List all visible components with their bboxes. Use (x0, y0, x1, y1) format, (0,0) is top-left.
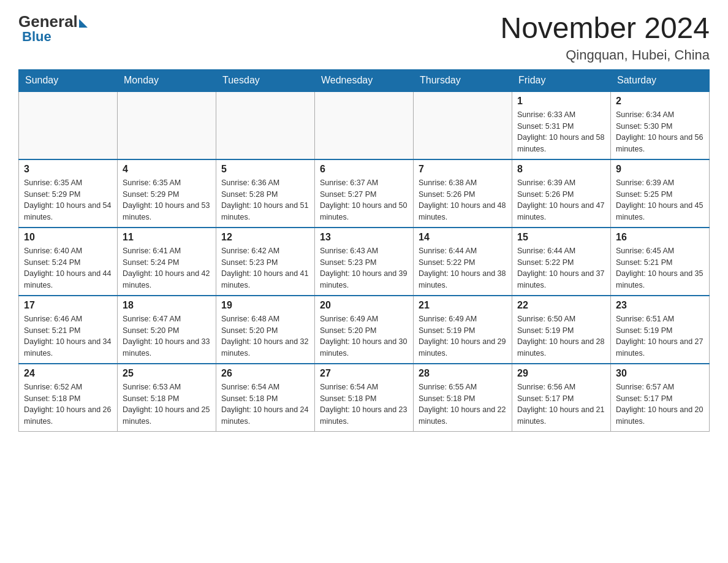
calendar-header-row: SundayMondayTuesdayWednesdayThursdayFrid… (19, 69, 710, 91)
calendar-cell (414, 91, 512, 159)
day-info: Sunrise: 6:55 AMSunset: 5:18 PMDaylight:… (419, 381, 507, 427)
day-info: Sunrise: 6:49 AMSunset: 5:20 PMDaylight:… (320, 313, 408, 359)
day-number: 2 (616, 96, 704, 107)
calendar-cell: 17Sunrise: 6:46 AMSunset: 5:21 PMDayligh… (19, 296, 118, 364)
title-section: November 2024 Qingquan, Hubei, China (500, 12, 710, 63)
weekday-header-tuesday: Tuesday (216, 69, 315, 91)
logo-blue-text: Blue (22, 29, 51, 45)
calendar-cell (118, 91, 216, 159)
calendar-week-3: 10Sunrise: 6:40 AMSunset: 5:24 PMDayligh… (19, 228, 710, 296)
day-info: Sunrise: 6:33 AMSunset: 5:31 PMDaylight:… (517, 109, 605, 155)
day-info: Sunrise: 6:44 AMSunset: 5:22 PMDaylight:… (517, 245, 605, 291)
calendar-cell: 30Sunrise: 6:57 AMSunset: 5:17 PMDayligh… (611, 364, 710, 432)
day-info: Sunrise: 6:36 AMSunset: 5:28 PMDaylight:… (221, 177, 309, 223)
calendar-cell: 11Sunrise: 6:41 AMSunset: 5:24 PMDayligh… (118, 228, 216, 296)
day-number: 12 (221, 232, 309, 243)
weekday-header-monday: Monday (118, 69, 216, 91)
day-info: Sunrise: 6:50 AMSunset: 5:19 PMDaylight:… (517, 313, 605, 359)
day-number: 19 (221, 300, 309, 311)
calendar-cell: 18Sunrise: 6:47 AMSunset: 5:20 PMDayligh… (118, 296, 216, 364)
day-info: Sunrise: 6:49 AMSunset: 5:19 PMDaylight:… (419, 313, 507, 359)
calendar-cell: 10Sunrise: 6:40 AMSunset: 5:24 PMDayligh… (19, 228, 118, 296)
day-number: 22 (517, 300, 605, 311)
day-info: Sunrise: 6:35 AMSunset: 5:29 PMDaylight:… (24, 177, 112, 223)
calendar-cell: 9Sunrise: 6:39 AMSunset: 5:25 PMDaylight… (611, 159, 710, 228)
calendar-cell: 6Sunrise: 6:37 AMSunset: 5:27 PMDaylight… (315, 159, 414, 228)
calendar-week-1: 1Sunrise: 6:33 AMSunset: 5:31 PMDaylight… (19, 91, 710, 159)
logo: General Blue (18, 12, 88, 45)
calendar-cell: 21Sunrise: 6:49 AMSunset: 5:19 PMDayligh… (414, 296, 512, 364)
calendar-week-2: 3Sunrise: 6:35 AMSunset: 5:29 PMDaylight… (19, 159, 710, 228)
day-number: 29 (517, 368, 605, 379)
day-number: 20 (320, 300, 408, 311)
calendar-cell: 7Sunrise: 6:38 AMSunset: 5:26 PMDaylight… (414, 159, 512, 228)
calendar-cell (19, 91, 118, 159)
day-info: Sunrise: 6:44 AMSunset: 5:22 PMDaylight:… (419, 245, 507, 291)
calendar-cell: 26Sunrise: 6:54 AMSunset: 5:18 PMDayligh… (216, 364, 315, 432)
day-info: Sunrise: 6:40 AMSunset: 5:24 PMDaylight:… (24, 245, 112, 291)
day-number: 1 (517, 96, 605, 107)
day-info: Sunrise: 6:46 AMSunset: 5:21 PMDaylight:… (24, 313, 112, 359)
day-number: 16 (616, 232, 704, 243)
day-number: 3 (24, 164, 112, 175)
calendar-cell: 12Sunrise: 6:42 AMSunset: 5:23 PMDayligh… (216, 228, 315, 296)
calendar-cell (216, 91, 315, 159)
day-number: 7 (419, 164, 507, 175)
day-info: Sunrise: 6:37 AMSunset: 5:27 PMDaylight:… (320, 177, 408, 223)
calendar-cell: 8Sunrise: 6:39 AMSunset: 5:26 PMDaylight… (512, 159, 611, 228)
day-number: 25 (123, 368, 211, 379)
weekday-header-wednesday: Wednesday (315, 69, 414, 91)
day-number: 4 (123, 164, 211, 175)
calendar-cell: 5Sunrise: 6:36 AMSunset: 5:28 PMDaylight… (216, 159, 315, 228)
calendar-cell: 28Sunrise: 6:55 AMSunset: 5:18 PMDayligh… (414, 364, 512, 432)
calendar-cell: 22Sunrise: 6:50 AMSunset: 5:19 PMDayligh… (512, 296, 611, 364)
day-info: Sunrise: 6:52 AMSunset: 5:18 PMDaylight:… (24, 381, 112, 427)
calendar-cell: 29Sunrise: 6:56 AMSunset: 5:17 PMDayligh… (512, 364, 611, 432)
day-info: Sunrise: 6:35 AMSunset: 5:29 PMDaylight:… (123, 177, 211, 223)
day-number: 14 (419, 232, 507, 243)
month-title: November 2024 (500, 12, 710, 45)
day-info: Sunrise: 6:57 AMSunset: 5:17 PMDaylight:… (616, 381, 704, 427)
calendar-cell: 16Sunrise: 6:45 AMSunset: 5:21 PMDayligh… (611, 228, 710, 296)
day-number: 18 (123, 300, 211, 311)
calendar-cell: 23Sunrise: 6:51 AMSunset: 5:19 PMDayligh… (611, 296, 710, 364)
calendar-cell: 27Sunrise: 6:54 AMSunset: 5:18 PMDayligh… (315, 364, 414, 432)
weekday-header-saturday: Saturday (611, 69, 710, 91)
calendar-cell: 4Sunrise: 6:35 AMSunset: 5:29 PMDaylight… (118, 159, 216, 228)
weekday-header-friday: Friday (512, 69, 611, 91)
calendar-cell: 3Sunrise: 6:35 AMSunset: 5:29 PMDaylight… (19, 159, 118, 228)
day-number: 6 (320, 164, 408, 175)
calendar-cell: 13Sunrise: 6:43 AMSunset: 5:23 PMDayligh… (315, 228, 414, 296)
day-info: Sunrise: 6:39 AMSunset: 5:25 PMDaylight:… (616, 177, 704, 223)
day-number: 28 (419, 368, 507, 379)
calendar-cell: 14Sunrise: 6:44 AMSunset: 5:22 PMDayligh… (414, 228, 512, 296)
day-info: Sunrise: 6:39 AMSunset: 5:26 PMDaylight:… (517, 177, 605, 223)
day-info: Sunrise: 6:56 AMSunset: 5:17 PMDaylight:… (517, 381, 605, 427)
calendar-cell: 2Sunrise: 6:34 AMSunset: 5:30 PMDaylight… (611, 91, 710, 159)
calendar-cell: 19Sunrise: 6:48 AMSunset: 5:20 PMDayligh… (216, 296, 315, 364)
day-info: Sunrise: 6:48 AMSunset: 5:20 PMDaylight:… (221, 313, 309, 359)
calendar-cell: 25Sunrise: 6:53 AMSunset: 5:18 PMDayligh… (118, 364, 216, 432)
weekday-header-sunday: Sunday (19, 69, 118, 91)
day-number: 17 (24, 300, 112, 311)
day-info: Sunrise: 6:47 AMSunset: 5:20 PMDaylight:… (123, 313, 211, 359)
day-number: 26 (221, 368, 309, 379)
calendar-cell: 24Sunrise: 6:52 AMSunset: 5:18 PMDayligh… (19, 364, 118, 432)
page-header: General Blue November 2024 Qingquan, Hub… (18, 12, 710, 63)
day-number: 30 (616, 368, 704, 379)
day-number: 8 (517, 164, 605, 175)
day-number: 23 (616, 300, 704, 311)
day-number: 13 (320, 232, 408, 243)
weekday-header-thursday: Thursday (414, 69, 512, 91)
day-info: Sunrise: 6:51 AMSunset: 5:19 PMDaylight:… (616, 313, 704, 359)
day-number: 9 (616, 164, 704, 175)
day-info: Sunrise: 6:41 AMSunset: 5:24 PMDaylight:… (123, 245, 211, 291)
day-number: 27 (320, 368, 408, 379)
day-number: 21 (419, 300, 507, 311)
day-info: Sunrise: 6:54 AMSunset: 5:18 PMDaylight:… (221, 381, 309, 427)
day-info: Sunrise: 6:42 AMSunset: 5:23 PMDaylight:… (221, 245, 309, 291)
day-info: Sunrise: 6:34 AMSunset: 5:30 PMDaylight:… (616, 109, 704, 155)
day-info: Sunrise: 6:53 AMSunset: 5:18 PMDaylight:… (123, 381, 211, 427)
calendar-cell: 15Sunrise: 6:44 AMSunset: 5:22 PMDayligh… (512, 228, 611, 296)
day-number: 15 (517, 232, 605, 243)
